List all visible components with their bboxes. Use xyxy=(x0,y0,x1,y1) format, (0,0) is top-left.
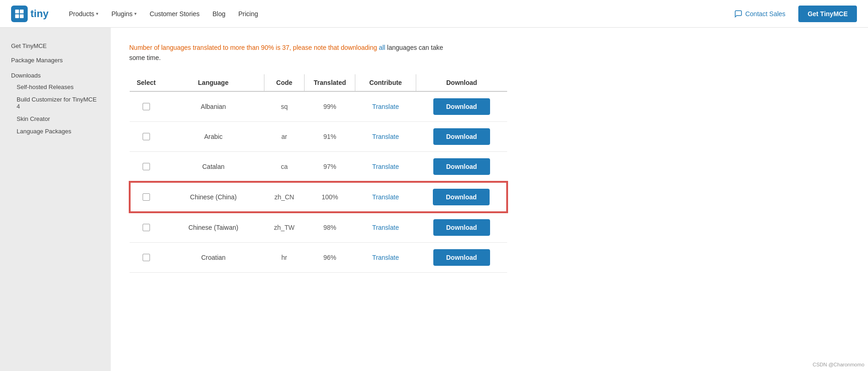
language-code: hr xyxy=(264,242,305,272)
translate-link[interactable]: Translate xyxy=(372,163,399,170)
translate-link[interactable]: Translate xyxy=(372,224,399,231)
translate-link[interactable]: Translate xyxy=(372,193,399,201)
col-header-download: Download xyxy=(416,74,507,91)
translated-percent: 91% xyxy=(305,121,355,151)
language-checkbox[interactable] xyxy=(143,103,150,110)
col-header-contribute: Contribute xyxy=(355,74,416,91)
header-actions: Contact Sales Get TinyMCE xyxy=(727,6,857,22)
sidebar: Get TinyMCE Package Managers Downloads S… xyxy=(0,28,111,371)
chat-icon xyxy=(734,10,742,18)
language-code: zh_TW xyxy=(264,212,305,243)
translated-percent: 96% xyxy=(305,242,355,272)
translated-percent: 97% xyxy=(305,151,355,182)
language-table: Select Language Code Translated Contribu… xyxy=(129,74,508,273)
table-row: Chinese (China)zh_CN100%TranslateDownloa… xyxy=(130,182,507,212)
table-row: Catalanca97%TranslateDownload xyxy=(130,151,507,182)
language-code: ar xyxy=(264,121,305,151)
svg-rect-0 xyxy=(15,9,19,13)
watermark: CSDN @Charonmomo xyxy=(813,362,864,367)
table-row: Albaniansq99%TranslateDownload xyxy=(130,91,507,122)
notice-highlight: all xyxy=(379,44,385,51)
language-code: ca xyxy=(264,151,305,182)
language-name: Albanian xyxy=(163,91,264,122)
logo-text: tiny xyxy=(30,8,48,20)
nav-plugins[interactable]: Plugins ▾ xyxy=(106,6,142,21)
language-checkbox[interactable] xyxy=(143,254,150,261)
logo-icon xyxy=(11,6,28,22)
nav-customer-stories[interactable]: Customer Stories xyxy=(144,6,205,21)
sidebar-item-package-managers[interactable]: Package Managers xyxy=(0,53,111,67)
download-button[interactable]: Download xyxy=(433,98,490,115)
table-row: Chinese (Taiwan)zh_TW98%TranslateDownloa… xyxy=(130,212,507,243)
language-name: Arabic xyxy=(163,121,264,151)
nav-pricing[interactable]: Pricing xyxy=(233,6,263,21)
notice-warning: Number of languages translated to more t… xyxy=(129,44,377,51)
translated-percent: 98% xyxy=(305,212,355,243)
main-content: Number of languages translated to more t… xyxy=(111,28,868,371)
nav-blog[interactable]: Blog xyxy=(207,6,231,21)
sidebar-item-get-tinymce[interactable]: Get TinyMCE xyxy=(0,39,111,53)
download-button[interactable]: Download xyxy=(433,128,490,145)
svg-rect-3 xyxy=(20,14,24,18)
language-checkbox[interactable] xyxy=(143,163,150,170)
sidebar-item-build-customizer[interactable]: Build Customizer for TinyMCE 4 xyxy=(0,93,111,113)
chevron-down-icon: ▾ xyxy=(96,11,98,16)
language-code: sq xyxy=(264,91,305,122)
language-table-wrapper: Select Language Code Translated Contribu… xyxy=(129,74,850,273)
download-button[interactable]: Download xyxy=(433,189,490,205)
nav-products[interactable]: Products ▾ xyxy=(63,6,104,21)
col-header-language: Language xyxy=(163,74,264,91)
sidebar-item-language-packages[interactable]: Language Packages xyxy=(0,125,111,138)
table-row: Arabicar91%TranslateDownload xyxy=(130,121,507,151)
translate-link[interactable]: Translate xyxy=(372,254,399,261)
language-checkbox[interactable] xyxy=(143,224,150,231)
table-header: Select Language Code Translated Contribu… xyxy=(130,74,507,91)
table-body: Albaniansq99%TranslateDownloadArabicar91… xyxy=(130,91,507,273)
sidebar-item-downloads[interactable]: Downloads xyxy=(0,67,111,81)
translate-link[interactable]: Translate xyxy=(372,133,399,140)
notice-text: Number of languages translated to more t… xyxy=(129,42,452,63)
language-checkbox[interactable] xyxy=(143,133,150,140)
language-checkbox[interactable] xyxy=(143,193,150,201)
download-button[interactable]: Download xyxy=(433,249,490,266)
language-code: zh_CN xyxy=(264,182,305,212)
language-name: Catalan xyxy=(163,151,264,182)
translated-percent: 100% xyxy=(305,182,355,212)
get-tinymce-button[interactable]: Get TinyMCE xyxy=(798,6,857,22)
table-row: Croatianhr96%TranslateDownload xyxy=(130,242,507,272)
header: tiny Products ▾ Plugins ▾ Customer Stori… xyxy=(0,0,868,28)
language-name: Croatian xyxy=(163,242,264,272)
main-nav: Products ▾ Plugins ▾ Customer Stories Bl… xyxy=(63,6,727,21)
language-name: Chinese (China) xyxy=(163,182,264,212)
col-header-translated: Translated xyxy=(305,74,355,91)
sidebar-item-skin-creator[interactable]: Skin Creator xyxy=(0,113,111,125)
logo[interactable]: tiny xyxy=(11,6,48,22)
contact-sales-button[interactable]: Contact Sales xyxy=(727,6,793,22)
sidebar-item-self-hosted[interactable]: Self-hosted Releases xyxy=(0,81,111,93)
translated-percent: 99% xyxy=(305,91,355,122)
translate-link[interactable]: Translate xyxy=(372,103,399,110)
download-button[interactable]: Download xyxy=(433,158,490,175)
svg-rect-1 xyxy=(20,9,24,13)
col-header-select: Select xyxy=(130,74,163,91)
chevron-down-icon: ▾ xyxy=(134,11,137,16)
download-button[interactable]: Download xyxy=(433,219,490,236)
svg-rect-2 xyxy=(15,14,19,18)
page-layout: Get TinyMCE Package Managers Downloads S… xyxy=(0,28,868,371)
language-name: Chinese (Taiwan) xyxy=(163,212,264,243)
col-header-code: Code xyxy=(264,74,305,91)
